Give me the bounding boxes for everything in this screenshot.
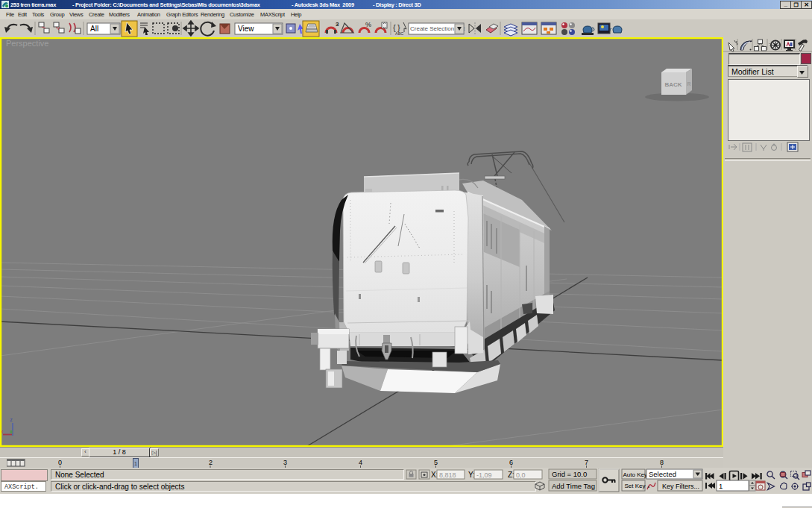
svg-text:%: % bbox=[365, 21, 371, 28]
svg-text:z: z bbox=[10, 417, 13, 422]
svg-text:Set Key: Set Key bbox=[625, 483, 646, 489]
svg-text:Auto Key: Auto Key bbox=[623, 471, 647, 478]
svg-text:-1,09: -1,09 bbox=[476, 471, 492, 479]
svg-text:Grid = 10.0: Grid = 10.0 bbox=[552, 470, 587, 478]
svg-text:All: All bbox=[90, 25, 98, 33]
svg-text:1: 1 bbox=[719, 482, 723, 490]
svg-text:Add Time Tag: Add Time Tag bbox=[552, 482, 595, 490]
svg-text:3: 3 bbox=[336, 21, 339, 28]
svg-text:Key Filters...: Key Filters... bbox=[662, 483, 699, 490]
svg-text:0,0: 0,0 bbox=[516, 471, 526, 479]
svg-text:View: View bbox=[238, 25, 254, 33]
svg-text:Perspective: Perspective bbox=[6, 39, 48, 48]
svg-text:BACK: BACK bbox=[664, 81, 682, 88]
svg-text:Selected: Selected bbox=[649, 470, 676, 478]
svg-text:8,818: 8,818 bbox=[439, 471, 456, 479]
svg-text:R: R bbox=[687, 81, 690, 87]
svg-text:ABC: ABC bbox=[395, 31, 403, 36]
